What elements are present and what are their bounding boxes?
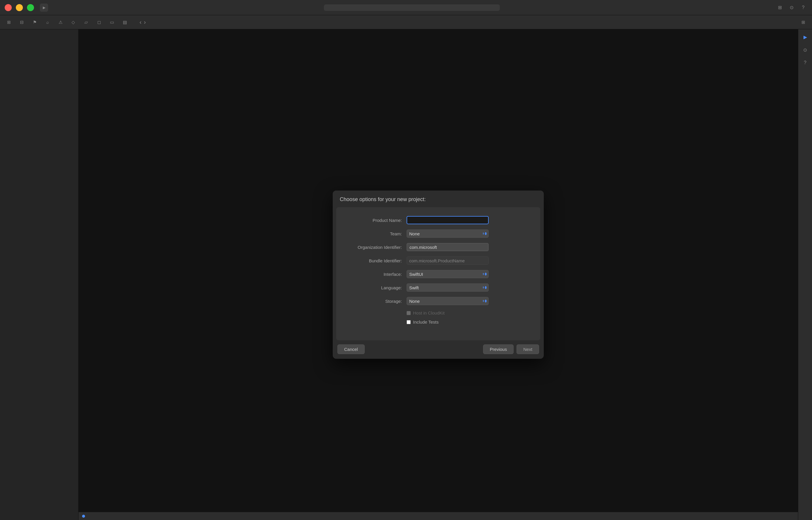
toolbar-icon-bookmark[interactable]: ⊟ [18, 18, 26, 26]
inspector-icon-2[interactable]: ⊙ [801, 46, 809, 54]
toolbar-icon-warning[interactable]: ⚑ [30, 18, 39, 26]
toolbar: ⊞ ⊟ ⚑ ⌕ ⚠ ◇ ▱ ◻ ▭ ▤ ‹ › ⊞ [0, 15, 812, 29]
storage-row: Storage: None Core Data SwiftData [342, 297, 534, 305]
org-identifier-row: Organization Identifier: [342, 243, 534, 251]
org-identifier-field-wrapper [407, 243, 489, 251]
host-cloudkit-label: Host in CloudKit [413, 310, 445, 315]
toolbar-icon-diamond[interactable]: ◇ [69, 18, 77, 26]
include-tests-label: Include Tests [413, 319, 439, 324]
titlebar-right: ⊞ ⊙ ? [776, 3, 807, 12]
titlebar-icon-2[interactable]: ⊙ [787, 3, 795, 12]
product-name-label: Product Name: [342, 218, 407, 223]
bundle-identifier-row: Bundle Identifier: com.microsoft.Product… [342, 257, 534, 265]
toolbar-icon-alert[interactable]: ⚠ [56, 18, 64, 26]
language-row: Language: Swift Objective-C [342, 283, 534, 292]
sidebar [0, 29, 79, 520]
titlebar: ▶ ⊞ ⊙ ? [0, 0, 812, 15]
traffic-lights [5, 4, 34, 11]
inspector-icon-1[interactable]: ▶ [801, 33, 809, 41]
bundle-identifier-label: Bundle Identifier: [342, 258, 407, 263]
inspector-panel: ▶ ⊙ ? [798, 29, 812, 520]
play-icon: ▶ [43, 5, 46, 10]
product-name-field-wrapper [407, 216, 489, 224]
storage-select[interactable]: None Core Data SwiftData [407, 297, 489, 305]
host-cloudkit-checkbox [407, 311, 411, 315]
toolbar-icon-square[interactable]: ◻ [95, 18, 103, 26]
toolbar-icon-grid[interactable]: ⊞ [5, 18, 13, 26]
titlebar-center [48, 4, 776, 11]
include-tests-row: Include Tests [407, 319, 534, 324]
minimize-button[interactable] [16, 4, 23, 11]
nav-back-icon[interactable]: ‹ [139, 19, 141, 26]
product-name-row: Product Name: [342, 216, 534, 224]
previous-button[interactable]: Previous [483, 344, 514, 354]
team-select-wrapper: None Add Account... [407, 230, 489, 238]
inspector-icon[interactable]: ⊞ [799, 18, 807, 26]
nav-forward-icon[interactable]: › [144, 19, 146, 26]
host-cloudkit-row: Host in CloudKit [407, 310, 534, 315]
interface-row: Interface: SwiftUI Storyboard [342, 270, 534, 278]
toolbar-icon-search[interactable]: ⌕ [43, 18, 52, 26]
bundle-identifier-value: com.microsoft.ProductName [407, 257, 489, 265]
team-label: Team: [342, 231, 407, 236]
modal-title: Choose options for your new project: [333, 190, 544, 207]
storage-select-wrapper: None Core Data SwiftData [407, 297, 489, 305]
modal-footer: Cancel Previous Next [333, 340, 544, 359]
modal-overlay: Choose options for your new project: Pro… [79, 29, 798, 520]
team-row: Team: None Add Account... [342, 230, 534, 238]
inspector-icon-3[interactable]: ? [801, 59, 809, 67]
team-select[interactable]: None Add Account... [407, 230, 489, 238]
close-button[interactable] [5, 4, 12, 11]
cancel-button[interactable]: Cancel [337, 344, 365, 354]
language-select[interactable]: Swift Objective-C [407, 283, 489, 292]
storage-label: Storage: [342, 299, 407, 304]
navigation-buttons: Previous Next [483, 344, 539, 354]
interface-label: Interface: [342, 272, 407, 277]
toolbar-icon-rect[interactable]: ▱ [82, 18, 90, 26]
bottombar [79, 512, 798, 520]
titlebar-icon-1[interactable]: ⊞ [776, 3, 784, 12]
nav-arrows: ‹ › [139, 19, 146, 26]
include-tests-checkbox[interactable] [407, 320, 411, 324]
product-name-input[interactable] [407, 216, 489, 224]
toolbar-right-icons: ⊞ [799, 18, 807, 26]
maximize-button[interactable] [27, 4, 34, 11]
status-indicator [82, 515, 85, 518]
toolbar-icon-table[interactable]: ▤ [121, 18, 129, 26]
modal-body: Product Name: Team: None Add Account... [336, 207, 540, 340]
play-button[interactable]: ▶ [40, 3, 48, 12]
org-identifier-input[interactable] [407, 243, 489, 251]
next-button[interactable]: Next [517, 344, 539, 354]
interface-select[interactable]: SwiftUI Storyboard [407, 270, 489, 278]
interface-select-wrapper: SwiftUI Storyboard [407, 270, 489, 278]
titlebar-icon-3[interactable]: ? [799, 3, 807, 12]
new-project-dialog: Choose options for your new project: Pro… [333, 190, 544, 359]
toolbar-icon-dash[interactable]: ▭ [108, 18, 116, 26]
language-label: Language: [342, 285, 407, 290]
org-identifier-label: Organization Identifier: [342, 245, 407, 250]
language-select-wrapper: Swift Objective-C [407, 283, 489, 292]
